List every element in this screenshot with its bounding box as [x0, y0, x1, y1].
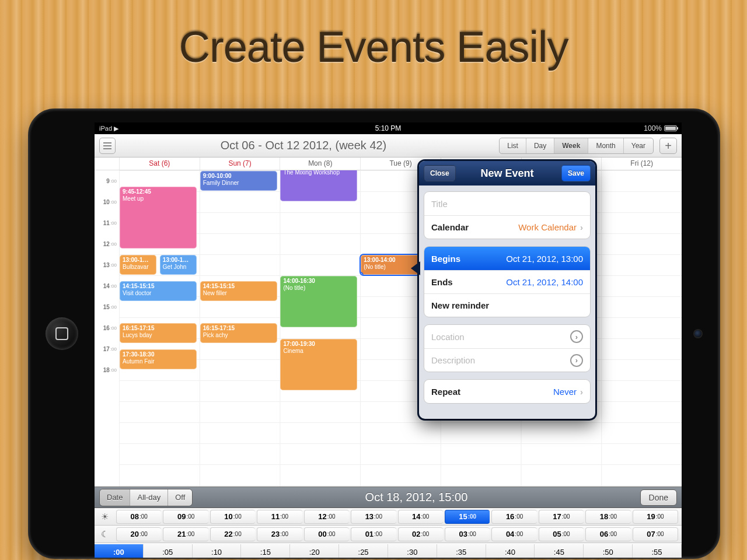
- time-slot[interactable]: 21:00: [163, 527, 208, 541]
- time-slot[interactable]: 04:00: [491, 527, 536, 541]
- day-hours-row[interactable]: ☀ 08:0009:0010:0011:0012:0013:0014:0015:…: [95, 508, 682, 526]
- day-header: Mon (8): [280, 158, 360, 170]
- view-month[interactable]: Month: [588, 138, 623, 153]
- week-title: Oct 06 - Oct 12 2012, (week 42): [124, 139, 483, 152]
- view-week[interactable]: Week: [554, 138, 588, 153]
- event-block[interactable]: 14:00-16:30(No title): [280, 276, 357, 327]
- time-slot[interactable]: 01:00: [351, 527, 396, 541]
- time-slot[interactable]: 15:00: [445, 510, 490, 524]
- home-button[interactable]: [46, 317, 78, 350]
- popover-header: Close New Event Save: [419, 161, 595, 186]
- time-slot[interactable]: 09:00: [163, 510, 208, 524]
- time-slot[interactable]: 22:00: [210, 527, 255, 541]
- time-slot[interactable]: 18:00: [585, 510, 630, 524]
- list-icon: [103, 142, 111, 149]
- time-slot[interactable]: 13:00: [351, 510, 396, 524]
- save-button[interactable]: Save: [561, 165, 591, 181]
- description-field[interactable]: Description ›: [424, 348, 590, 372]
- title-field[interactable]: Title: [424, 192, 590, 215]
- time-slot[interactable]: :20: [290, 544, 339, 558]
- time-slot[interactable]: :10: [193, 544, 242, 558]
- time-slot[interactable]: 03:00: [445, 527, 490, 541]
- time-slot[interactable]: :05: [144, 544, 193, 558]
- done-button[interactable]: Done: [640, 489, 677, 506]
- time-slot[interactable]: 19:00: [633, 510, 678, 524]
- event-block[interactable]: 13:00-1…Bulbzavar: [120, 255, 156, 275]
- picker-seg-all-day[interactable]: All-day: [130, 489, 168, 506]
- hour-label: 12:00: [95, 233, 119, 254]
- time-slot[interactable]: 20:00: [116, 527, 161, 541]
- time-slot[interactable]: 11:00: [257, 510, 302, 524]
- view-year[interactable]: Year: [624, 138, 653, 153]
- time-slot[interactable]: 17:00: [539, 510, 584, 524]
- day-header: Sun (7): [200, 158, 280, 170]
- picker-mode-segmented[interactable]: DateAll-dayOff: [99, 489, 193, 506]
- hour-label: 15:00: [95, 296, 119, 317]
- popover-title: New Event: [480, 167, 533, 180]
- time-slot[interactable]: :50: [584, 544, 633, 558]
- close-button[interactable]: Close: [424, 165, 456, 181]
- ipad-frame: iPad ▶ 5:10 PM 100% Oct 06 - Oct 12 2012…: [28, 108, 720, 559]
- chevron-right-icon: ›: [580, 387, 583, 397]
- time-slot[interactable]: 00:00: [304, 527, 349, 541]
- time-slot[interactable]: :30: [388, 544, 437, 558]
- event-block[interactable]: 8:30-10:30The Mixing Workshop: [280, 170, 357, 201]
- time-slot[interactable]: :40: [486, 544, 535, 558]
- event-block[interactable]: 13:00-1…Get John: [160, 255, 197, 275]
- view-day[interactable]: Day: [526, 138, 554, 153]
- day-header: Sat (6): [119, 158, 200, 170]
- time-slot[interactable]: 12:00: [304, 510, 349, 524]
- picker-seg-off[interactable]: Off: [168, 489, 192, 506]
- time-slot[interactable]: :15: [241, 544, 290, 558]
- begins-row[interactable]: Begins Oct 21, 2012, 13:00: [424, 247, 590, 270]
- repeat-row[interactable]: Repeat Never ›: [424, 380, 590, 403]
- time-slot[interactable]: 14:00: [398, 510, 443, 524]
- battery-icon: [664, 125, 677, 131]
- event-block[interactable]: 17:30-18:30Autumn Fair: [120, 349, 197, 369]
- time-slot[interactable]: :25: [339, 544, 388, 558]
- time-slot[interactable]: 10:00: [210, 510, 255, 524]
- time-slot[interactable]: 07:00: [633, 527, 678, 541]
- time-slot[interactable]: 02:00: [398, 527, 443, 541]
- popover-arrow: [411, 261, 420, 275]
- ends-row[interactable]: Ends Oct 21, 2012, 14:00: [424, 270, 590, 293]
- event-block[interactable]: 16:15-17:15Pick achy: [200, 323, 277, 343]
- disclosure-icon: ›: [570, 330, 583, 343]
- add-event-button[interactable]: +: [659, 138, 677, 154]
- minutes-row[interactable]: :00:05:10:15:20:25:30:35:40:45:50:55: [95, 543, 682, 558]
- promo-headline: Create Events Easily: [0, 0, 747, 72]
- time-slot[interactable]: 05:00: [539, 527, 584, 541]
- calendars-button[interactable]: [99, 138, 116, 154]
- time-slot[interactable]: 16:00: [491, 510, 536, 524]
- location-field[interactable]: Location ›: [424, 325, 590, 348]
- moon-icon: ☾: [95, 529, 114, 540]
- status-time: 5:10 PM: [95, 124, 682, 132]
- event-block[interactable]: 14:15-15:15New filler: [200, 281, 277, 301]
- time-slot[interactable]: :00: [95, 544, 144, 558]
- disclosure-icon: ›: [570, 354, 583, 367]
- new-reminder-row[interactable]: New reminder: [424, 293, 590, 317]
- sun-icon: ☀: [95, 512, 114, 522]
- event-block[interactable]: 17:00-19:30Cinema: [280, 339, 357, 390]
- time-slot[interactable]: :55: [633, 544, 682, 558]
- night-hours-row[interactable]: ☾ 20:0021:0022:0023:0000:0001:0002:0003:…: [95, 526, 682, 543]
- hour-label: 9:00: [95, 170, 119, 191]
- picker-title: Oct 18, 2012, 15:00: [196, 491, 636, 504]
- event-block[interactable]: 16:15-17:15Lucys bday: [120, 323, 197, 343]
- time-slot[interactable]: :35: [437, 544, 486, 558]
- event-block[interactable]: 14:15-15:15Visit doctor: [120, 281, 197, 301]
- day-header: Fri (12): [601, 158, 682, 170]
- event-block[interactable]: 9:00-10:00Family Dinner: [200, 171, 277, 191]
- calendar-row[interactable]: Calendar Work Calendar ›: [424, 215, 590, 239]
- time-slot[interactable]: 08:00: [116, 510, 161, 524]
- time-slot[interactable]: 06:00: [585, 527, 630, 541]
- event-block[interactable]: 9:45-12:45Meet up: [120, 187, 197, 249]
- picker-seg-date[interactable]: Date: [100, 489, 130, 506]
- hour-label: 18:00: [95, 359, 119, 380]
- time-slot[interactable]: :45: [535, 544, 584, 558]
- status-bar: iPad ▶ 5:10 PM 100%: [95, 123, 682, 134]
- time-slot[interactable]: 23:00: [257, 527, 302, 541]
- view-segmented[interactable]: ListDayWeekMonthYear: [499, 138, 654, 154]
- view-list[interactable]: List: [500, 138, 526, 153]
- navbar: Oct 06 - Oct 12 2012, (week 42) ListDayW…: [95, 134, 682, 158]
